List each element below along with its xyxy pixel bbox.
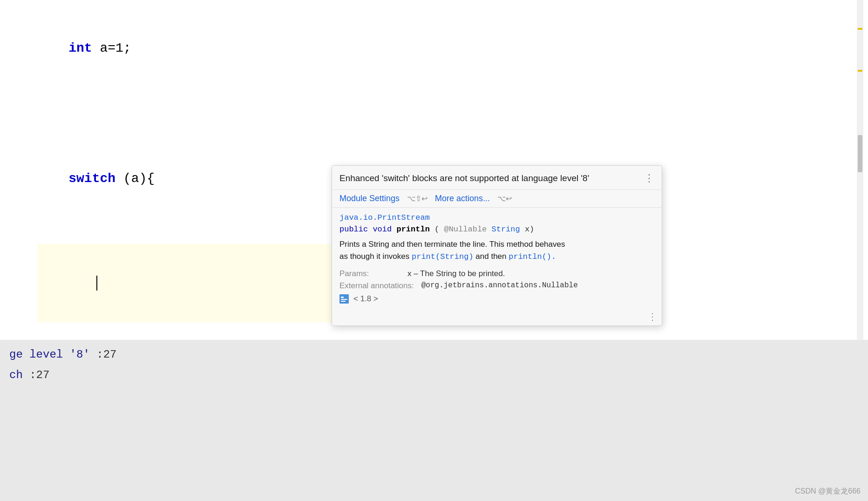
more-actions-link[interactable]: More actions... [435, 194, 490, 203]
sig-type-string: String [492, 225, 520, 234]
doc-signature: public void println ( @Nullable String x… [339, 225, 654, 234]
doc-version: < 1.8 > [339, 294, 654, 304]
text-cursor [96, 276, 97, 291]
sig-method-name: println [396, 225, 429, 234]
bottom-line-2: ch :27 [9, 365, 868, 386]
svg-rect-2 [341, 299, 347, 300]
tooltip-header-menu-icon[interactable]: ⋮ [644, 172, 654, 185]
module-settings-link[interactable]: Module Settings [339, 194, 400, 203]
svg-rect-3 [341, 301, 346, 302]
ext-ann-value: @org.jetbrains.annotations.Nullable [421, 281, 578, 290]
tooltip-warning-text: Enhanced 'switch' blocks are not support… [339, 172, 640, 185]
doc-classname: java.io.PrintStream [339, 213, 654, 222]
tooltip-actions-row: Module Settings ⌥⇧↩ More actions... ⌥↩ [332, 190, 662, 208]
bottom-line-1: ge level '8' :27 [9, 345, 868, 365]
sig-ann: @Nullable [444, 225, 487, 234]
bottom-highlight-1: ge level '8' [9, 348, 90, 361]
keyword-int: int [68, 41, 92, 55]
code-line-2 [37, 88, 577, 114]
tooltip-footer-menu-icon[interactable]: ⋮ [648, 311, 657, 323]
bottom-panel: ge level '8' :27 ch :27 [0, 340, 868, 501]
tooltip-panel: Enhanced 'switch' blocks are not support… [332, 165, 662, 326]
sig-kw-public: public [339, 225, 368, 234]
more-actions-shortcut: ⌥↩ [497, 194, 512, 203]
scrollbar-marker-1 [858, 28, 862, 30]
doc-link-print[interactable]: print(String) [412, 252, 474, 261]
doc-params: Params: x – The String to be printed. [339, 269, 654, 278]
sig-kw-void: void [373, 225, 392, 234]
params-value: x – The String to be printed. [407, 269, 505, 278]
bottom-text-2: :27 [29, 369, 49, 381]
scrollbar-marker-2 [858, 70, 862, 72]
tooltip-header: Enhanced 'switch' blocks are not support… [332, 166, 662, 190]
svg-rect-1 [341, 297, 344, 298]
watermark: CSDN @黄金龙666 [795, 487, 861, 496]
tooltip-doc: java.io.PrintStream public void println … [332, 208, 662, 309]
module-settings-shortcut: ⌥⇧↩ [407, 194, 427, 203]
keyword-switch: switch [68, 171, 115, 186]
scrollbar-track[interactable] [857, 0, 863, 340]
tooltip-footer: ⋮ [332, 309, 662, 325]
doc-external-annotations: External annotations: @org.jetbrains.ann… [339, 281, 654, 291]
bottom-text-1: :27 [96, 348, 116, 361]
params-label: Params: [339, 269, 400, 278]
version-icon [339, 294, 349, 304]
doc-description: Prints a String and then terminate the l… [339, 238, 654, 263]
doc-link-println[interactable]: println(). [509, 252, 556, 261]
code-line-1: int a=1; [37, 9, 577, 88]
code-line-3 [37, 114, 577, 140]
version-text: < 1.8 > [353, 294, 378, 304]
bottom-highlight-2: ch [9, 369, 23, 381]
scrollbar-thumb[interactable] [858, 135, 862, 172]
ext-ann-label: External annotations: [339, 281, 414, 291]
